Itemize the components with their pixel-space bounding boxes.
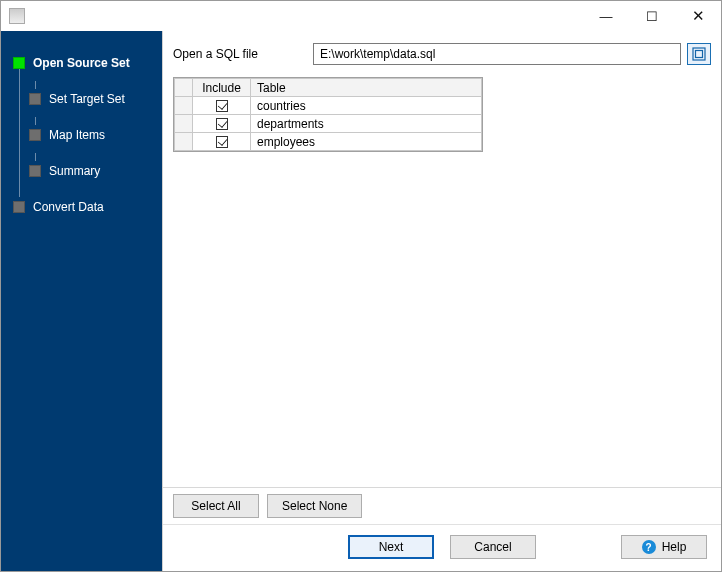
- table-name-cell[interactable]: countries: [251, 97, 482, 115]
- table-name-cell[interactable]: employees: [251, 133, 482, 151]
- include-cell[interactable]: [193, 97, 251, 115]
- maximize-button[interactable]: ☐: [629, 1, 675, 31]
- step-label: Map Items: [49, 128, 105, 142]
- file-row: Open a SQL file: [173, 43, 711, 65]
- close-button[interactable]: ✕: [675, 1, 721, 31]
- grid-corner: [175, 79, 193, 97]
- window-controls: — ☐ ✕: [583, 1, 721, 31]
- content-pane: Open a SQL file Incl: [162, 31, 721, 571]
- checkbox-icon: [216, 136, 228, 148]
- row-header[interactable]: [175, 115, 193, 133]
- step-set-target-set[interactable]: Set Target Set: [17, 89, 162, 109]
- help-icon: ?: [642, 540, 656, 554]
- checkbox-icon: [216, 100, 228, 112]
- table-row: countries: [175, 97, 482, 115]
- include-cell[interactable]: [193, 115, 251, 133]
- step-label: Convert Data: [33, 200, 104, 214]
- step-marker-icon: [29, 93, 41, 105]
- table-row: departments: [175, 115, 482, 133]
- svg-rect-1: [696, 51, 703, 58]
- browse-icon: [692, 47, 706, 61]
- include-cell[interactable]: [193, 133, 251, 151]
- table-row: employees: [175, 133, 482, 151]
- step-summary[interactable]: Summary: [17, 161, 162, 181]
- wizard-window: — ☐ ✕ Open Source Set Set Target Set Map…: [0, 0, 722, 572]
- file-path-input[interactable]: [313, 43, 681, 65]
- step-label: Open Source Set: [33, 56, 130, 70]
- select-none-button[interactable]: Select None: [267, 494, 362, 518]
- column-header-include[interactable]: Include: [193, 79, 251, 97]
- row-header[interactable]: [175, 133, 193, 151]
- row-header[interactable]: [175, 97, 193, 115]
- step-label: Set Target Set: [49, 92, 125, 106]
- tables-grid: Include Table countries: [173, 77, 483, 152]
- wizard-steps-sidebar: Open Source Set Set Target Set Map Items…: [1, 31, 162, 571]
- titlebar: — ☐ ✕: [1, 1, 721, 31]
- table-name-cell[interactable]: departments: [251, 115, 482, 133]
- step-marker-icon: [29, 165, 41, 177]
- select-all-button[interactable]: Select All: [173, 494, 259, 518]
- minimize-button[interactable]: —: [583, 1, 629, 31]
- selection-buttons-row: Select All Select None: [163, 487, 721, 524]
- checkbox-icon: [216, 118, 228, 130]
- open-file-label: Open a SQL file: [173, 47, 313, 61]
- step-convert-data[interactable]: Convert Data: [1, 197, 162, 217]
- cancel-button[interactable]: Cancel: [450, 535, 536, 559]
- column-header-table[interactable]: Table: [251, 79, 482, 97]
- app-icon: [9, 8, 25, 24]
- help-button[interactable]: ? Help: [621, 535, 707, 559]
- next-button[interactable]: Next: [348, 535, 434, 559]
- step-marker-icon: [13, 201, 25, 213]
- step-open-source-set[interactable]: Open Source Set: [1, 53, 162, 73]
- step-label: Summary: [49, 164, 100, 178]
- browse-button[interactable]: [687, 43, 711, 65]
- svg-rect-0: [693, 48, 705, 60]
- help-label: Help: [662, 540, 687, 554]
- footer: Next Cancel ? Help: [163, 524, 721, 571]
- step-marker-icon: [13, 57, 25, 69]
- step-marker-icon: [29, 129, 41, 141]
- step-map-items[interactable]: Map Items: [17, 125, 162, 145]
